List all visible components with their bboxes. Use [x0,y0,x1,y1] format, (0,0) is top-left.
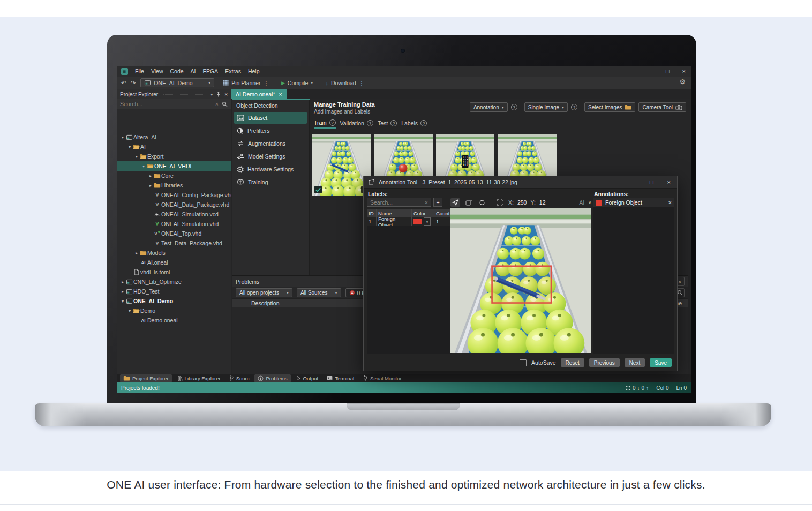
dataset-tab-test[interactable]: Test? [378,120,397,128]
expand-arrow-icon[interactable]: ▾ [127,309,132,313]
bottom-tab-output[interactable]: Output [293,374,322,382]
label-row[interactable]: 1Foreign Object∨1 [367,217,452,226]
object-detection-item-dataset[interactable]: Dataset [234,112,307,124]
save-button[interactable]: Save [650,358,672,367]
tree-item-ai[interactable]: ▾AI [117,142,231,152]
tree-item-cnn-lib-optimize[interactable]: ▸CNN_Lib_Optimize [117,277,231,287]
menu-item-help[interactable]: Help [248,68,260,74]
add-box-tool-icon[interactable] [464,198,473,207]
object-detection-item-model-settings[interactable]: Model Settings [234,151,307,162]
undo-icon[interactable]: ↶ [121,79,126,87]
menu-item-code[interactable]: Code [170,68,184,74]
tree-item-core[interactable]: ▸Core [117,171,231,181]
minimize-button[interactable]: – [633,179,636,185]
tree-item-oneai-top-vhd[interactable]: VONEAI_Top.vhd [117,229,231,238]
training-image-thumbnail-1[interactable] [312,134,371,196]
bottom-tab-problems[interactable]: Problems [254,374,290,382]
object-detection-item-training[interactable]: Training [234,176,307,188]
clear-search-icon[interactable]: × [215,101,219,107]
help-icon[interactable]: ? [329,119,336,126]
next-button[interactable]: Next [625,358,645,367]
kebab-menu-icon[interactable]: ⋮ [359,80,365,86]
help-icon[interactable]: ? [511,104,517,110]
close-button[interactable]: × [667,179,671,185]
sources-filter-dropdown[interactable]: All Sources ▾ [297,288,341,297]
compile-button[interactable]: ▶ Compile ▾ [277,78,317,88]
labels-search-input[interactable]: Search... × [367,198,431,207]
sync-indicator[interactable]: 0↓ 0↑ [625,385,649,391]
maximize-button[interactable]: □ [666,68,670,74]
collapse-arrow-icon[interactable]: ▸ [148,174,153,178]
reset-button[interactable]: Reset [561,358,584,367]
tree-item-oneai-simulation-vhd[interactable]: VONEAI_Simulation.vhd [117,219,231,229]
chevron-down-icon[interactable]: ▾ [210,92,213,97]
tree-item-demo-oneai[interactable]: AIDemo.oneai [117,315,231,325]
object-detection-item-prefilters[interactable]: Prefilters [234,125,307,137]
tab-ai-demo-oneai[interactable]: AI Demo.oneai* × [231,89,287,99]
single-image-dropdown[interactable]: Single Image ▾ [524,102,568,112]
redo-icon[interactable]: ↷ [131,79,136,87]
bottom-tab-library-explorer[interactable]: Library Explorer [174,374,224,382]
collapse-arrow-icon[interactable]: ▸ [134,251,139,255]
menu-item-file[interactable]: File [135,68,144,74]
close-button[interactable]: × [682,68,686,74]
tree-item-one-ai-demo[interactable]: ▾ONE_AI_Demo [117,296,231,306]
tree-item-test-data-package-vhd[interactable]: VTest_Data_Package.vhd [117,238,231,248]
tree-item-oneai-data-package-vhd[interactable]: VONEAI_Data_Package.vhd [117,200,231,209]
tree-item-altera-ai[interactable]: ▾Altera_AI [117,132,231,142]
pin-icon[interactable] [216,92,221,97]
minimize-button[interactable]: – [650,68,653,74]
rotate-tool-icon[interactable] [477,198,487,207]
expand-arrow-icon[interactable]: ▾ [134,154,139,159]
projects-filter-dropdown[interactable]: All open projects ▾ [236,288,292,297]
explorer-search-input[interactable]: Search... × [117,99,231,109]
collapse-arrow-icon[interactable]: ▸ [148,183,153,188]
annotation-entry[interactable]: Foreign Object× [593,198,674,207]
project-selector-dropdown[interactable]: ONE_AI_Demo ▾ [140,78,214,87]
bottom-tab-sourc[interactable]: Sourc [226,374,253,382]
pin-planner-button[interactable]: Pin Planner ⋮ [219,78,273,88]
previous-button[interactable]: Previous [589,358,620,367]
tree-item-hdo-test[interactable]: ▸HDO_Test [117,287,231,296]
close-tab-icon[interactable]: × [279,91,282,97]
menu-item-extras[interactable]: Extras [225,68,241,74]
bottom-tab-project-explorer[interactable]: Project Explorer [120,374,172,382]
delete-annotation-icon[interactable]: × [668,199,672,206]
dataset-tab-train[interactable]: Train? [314,119,336,129]
chevron-down-icon[interactable]: ∨ [588,200,591,205]
expand-arrow-icon[interactable]: ▾ [120,299,125,304]
tree-item-export[interactable]: ▾Export [117,152,231,161]
clear-search-icon[interactable]: × [425,199,428,206]
tree-item-ai-oneai[interactable]: AIAI.oneai [117,258,231,267]
download-button[interactable]: ↓ Download ⋮ [321,78,368,88]
select-images-button[interactable]: Select Images [584,102,635,112]
tree-item-libraries[interactable]: ▸Libraries [117,181,231,190]
tree-item-oneai-config-package-vhd[interactable]: VONEAI_Config_Package.vhd [117,190,231,200]
search-icon[interactable] [222,101,228,107]
dataset-tab-validation[interactable]: Validation? [340,120,373,128]
help-icon[interactable]: ? [390,120,397,126]
menu-item-ai[interactable]: AI [191,68,196,74]
add-label-button[interactable]: + [433,198,442,207]
object-detection-item-hardware-settings[interactable]: Hardware Settings [234,163,307,175]
thumbnail-checkbox-checked[interactable] [314,186,322,193]
autosave-checkbox[interactable] [520,359,527,366]
menu-item-fpga[interactable]: FPGA [203,68,219,74]
settings-gear-icon[interactable]: ⚙ [679,78,686,86]
expand-arrow-icon[interactable]: ▾ [127,145,132,149]
object-detection-item-augmentations[interactable]: Augmentations [234,138,307,149]
bottom-tab-terminal[interactable]: Terminal [324,374,357,382]
collapse-arrow-icon[interactable]: ▸ [120,289,125,294]
annotation-image[interactable] [450,208,591,353]
label-color-cell[interactable]: ∨ [412,217,434,226]
expand-arrow-icon[interactable]: ▾ [141,164,146,169]
expand-arrow-icon[interactable]: ▾ [120,135,125,140]
collapse-arrow-icon[interactable]: ▸ [120,280,125,284]
close-panel-icon[interactable]: × [224,92,228,97]
tree-item-demo[interactable]: ▾Demo [117,306,231,315]
tree-item-models[interactable]: ▸Models [117,248,231,258]
select-tool-icon[interactable] [450,198,460,207]
tree-item-vhdl-ls-toml[interactable]: vhdl_ls.toml [117,267,231,277]
tree-item-one-ai-vhdl[interactable]: ▾ONE_AI_VHDL [117,161,231,171]
fit-view-icon[interactable] [495,198,505,207]
